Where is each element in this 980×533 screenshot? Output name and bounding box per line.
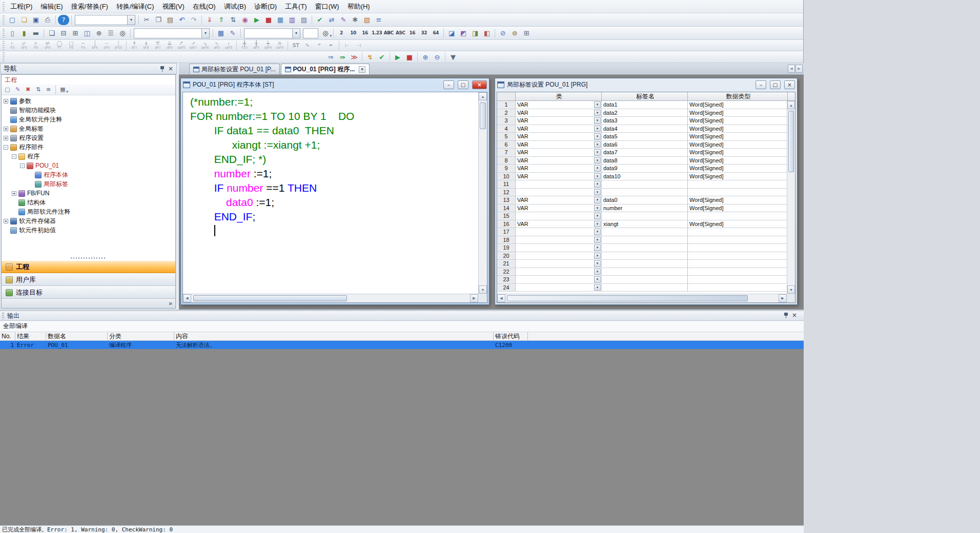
convert-compile-icon[interactable]: ⇛ [337,52,348,62]
invert-contact-icon[interactable]: ∿aF5 [211,40,222,51]
panel-splitter-grip[interactable] [2,256,175,260]
label-row-15[interactable]: 15▾ [497,212,787,220]
class-dropdown-icon[interactable]: ▾ [594,237,601,243]
class-cell[interactable]: ▾ [516,180,602,189]
label-row-4[interactable]: 4VAR▾data4Word[Signed] [497,125,787,133]
copy-icon[interactable]: ❐ [153,15,164,25]
data-type-cell[interactable]: Word[Signed] [688,173,787,181]
window-tile-vertically-icon[interactable]: ⊞ [70,28,81,38]
menu-window[interactable]: 窗口(W) [311,1,343,12]
data-type-cell[interactable] [688,252,787,260]
editor-horizontal-scrollbar[interactable]: ◀ ▶ [183,294,478,302]
label-name-cell[interactable] [602,252,688,260]
column-header-1[interactable]: 标签名 [602,92,688,100]
output-window-icon[interactable]: ▬ [30,28,42,38]
class-cell[interactable]: ▾ [516,252,602,260]
tree-item-fb-fun[interactable]: +FB/FUN [2,189,175,198]
menu-help[interactable]: 帮助(H) [343,1,374,12]
class-cell[interactable]: ▾ [516,244,602,252]
class-cell[interactable]: ▾ [516,284,602,292]
delete-data-icon[interactable]: ✖ [23,85,33,94]
scroll-down-icon[interactable]: ▼ [479,285,487,294]
tab-close-icon[interactable]: × [359,66,365,73]
rising-pulse-icon[interactable]: ↟sF7 [129,40,140,51]
view-button-connection-destination[interactable]: 连接目标 [2,286,175,299]
all-data-list-icon[interactable]: ≡ [44,85,53,94]
scroll-left-icon[interactable]: ◀ [183,294,191,302]
label-title-bar[interactable]: 局部标签设置 POU_01 [PRG] – □ × [495,78,797,91]
label-setting-icon[interactable]: ▧ [361,15,373,25]
view-button-project[interactable]: 工程 [2,260,175,273]
word-32bit-icon[interactable]: 32 [418,28,430,38]
element-selection-window-icon[interactable]: ▮ [18,28,30,38]
class-cell[interactable]: ▾ [516,268,602,276]
falling-pulse-icon[interactable]: ↡sF8 [140,40,152,51]
column-header-0[interactable]: 类 [516,92,602,100]
device-comment-display-toggle-icon[interactable]: ◪ [446,28,457,38]
coil-icon[interactable]: ◯F7 [54,40,65,51]
label-row-12[interactable]: 12▾ [497,189,787,197]
edit-mode-icon[interactable]: ✎ [227,28,238,38]
scroll-right-icon[interactable]: ▶ [470,294,478,302]
convert-block-icon[interactable]: ≀caF5 [223,40,234,51]
label-row-7[interactable]: 7VAR▾data7Word[Signed] [497,149,787,157]
tree-expander-icon[interactable]: + [4,99,8,104]
class-dropdown-icon[interactable]: ▾ [594,213,601,219]
word-64bit-icon[interactable]: 64 [430,28,441,38]
write-to-plc-icon[interactable]: ⇓ [204,15,215,25]
code-line-8[interactable]: data0 :=1; [190,195,478,210]
label-row-24[interactable]: 24▾ [497,284,787,292]
label-name-cell[interactable] [602,228,688,236]
data-type-cell[interactable]: Word[Signed] [688,204,787,213]
edit-comment-icon[interactable]: ✎ [302,40,313,51]
scroll-track[interactable] [787,109,795,285]
ladder-symbol-icon[interactable]: ▦ [215,28,227,38]
zoom-in-icon[interactable]: ⊕ [420,52,431,62]
menu-online[interactable]: 在线(O) [189,1,220,12]
vertical-line-icon[interactable]: │sF9 [89,40,100,51]
print-icon[interactable]: ⎙ [42,15,53,25]
label-name-cell[interactable]: data3 [602,117,688,125]
scroll-track[interactable] [505,294,779,302]
label-name-cell[interactable]: data2 [602,109,688,117]
sort-data-icon[interactable]: ⇅ [33,85,43,94]
device-comment-edit-icon[interactable]: ✎ [338,15,349,25]
class-dropdown-icon[interactable]: ▾ [594,133,601,140]
data-type-cell[interactable]: Word[Signed] [688,196,787,204]
class-cell[interactable]: ▾ [516,236,602,244]
class-dropdown-icon[interactable]: ▾ [594,189,601,196]
output-column-header-4[interactable]: 内容 [174,332,494,340]
tree-item-device-initial-value[interactable]: 软元件初始值 [2,225,175,235]
tree-expander-icon[interactable]: - [12,154,16,159]
close-button[interactable]: × [472,80,487,89]
label-name-cell[interactable]: number [602,204,688,213]
application-instruction-icon[interactable]: □F8 [66,40,77,51]
tree-expander-icon[interactable]: + [4,219,8,223]
tree-item-device-memory[interactable]: +软元件存储器 [2,216,175,225]
output-error-row[interactable]: 1ErrorPOU_01编译程序无法解析语法。C1200 [0,341,804,349]
label-name-cell[interactable] [602,236,688,244]
class-cell[interactable]: VAR▾ [516,157,602,165]
grid-display-icon[interactable]: ⊞ [521,28,532,38]
label-row-19[interactable]: 19▾ [497,244,787,252]
label-row-8[interactable]: 8VAR▾data8Word[Signed] [497,157,787,165]
class-cell[interactable]: ▾ [516,228,602,236]
close-branch-icon[interactable]: ⊭sF6 [42,40,53,51]
scroll-thumb[interactable] [788,111,794,172]
menu-view[interactable]: 视图(V) [158,1,189,12]
close-contact-icon[interactable]: ⊬sF5 [18,40,30,51]
menu-edit[interactable]: 编辑(E) [36,1,67,12]
navigation-window-icon[interactable]: ▯ [7,28,18,38]
class-dropdown-icon[interactable]: ▾ [594,110,601,116]
class-cell[interactable]: ▾ [516,260,602,268]
class-cell[interactable]: VAR▾ [516,133,602,141]
search-device-icon[interactable]: ◎▾ [320,28,331,38]
zoom-set-icon[interactable]: ⊕ [93,28,105,38]
scroll-down-icon[interactable]: ▼ [787,285,795,294]
data-type-cell[interactable]: Word[Signed] [688,109,787,117]
display-decimal-icon[interactable]: 10 [348,28,359,38]
entry-data-monitor-icon[interactable]: ▥ [287,15,298,25]
device-test-on-icon[interactable]: ⊢ [341,40,353,51]
label-row-17[interactable]: 17▾ [497,228,787,236]
data-type-cell[interactable] [688,276,787,284]
